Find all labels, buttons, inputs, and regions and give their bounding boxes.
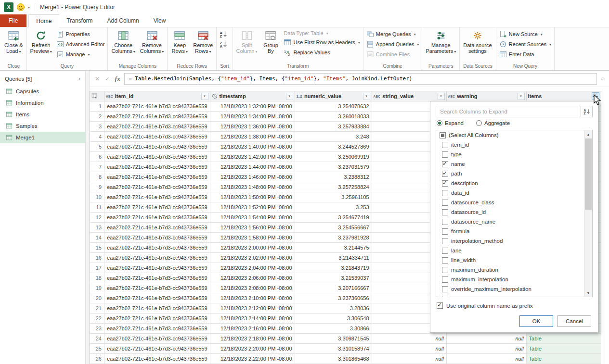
cell-timestamp[interactable]: 12/18/2023 2:16:00 PM -08:00 (210, 324, 295, 334)
cell-item-id[interactable]: eaa27b02-721c-461e-b7d3-cc943736e559 (104, 263, 210, 273)
cell-numeric-value[interactable]: 3.309871545 (295, 334, 372, 344)
cell-numeric-value[interactable]: 3.254078632 (295, 101, 372, 112)
column-option-maximum-interpolation[interactable]: maximum_interpolation (436, 275, 592, 284)
radio-expand[interactable]: Expand (437, 120, 464, 126)
column-option-datasource-class[interactable]: datasource_class (436, 198, 592, 207)
checkbox-description[interactable] (442, 180, 448, 187)
column-header-warning[interactable]: ABCwarning▾ (446, 91, 526, 101)
ribbon-tab-transform[interactable]: Transform (59, 14, 100, 27)
cell-numeric-value[interactable]: 3.254556667 (295, 223, 372, 233)
column-option-datasource-id[interactable]: datasource_id (436, 207, 592, 217)
row-number[interactable]: 22 (90, 314, 104, 324)
cell-timestamp[interactable]: 12/18/2023 1:52:00 PM -08:00 (210, 202, 295, 213)
column-header-numeric-value[interactable]: 1.2numeric_value▾ (295, 91, 372, 101)
column-option-lane[interactable]: lane (436, 246, 592, 255)
cell-numeric-value[interactable]: 3.21843719 (295, 263, 372, 273)
scrollbar-thumb[interactable] (585, 138, 592, 210)
choose-columns-button[interactable]: ChooseColumns▾ (109, 28, 137, 56)
row-number[interactable]: 18 (90, 273, 104, 283)
checkbox-type[interactable] (442, 151, 448, 158)
cell-timestamp[interactable]: 12/18/2023 1:38:00 PM -08:00 (210, 132, 295, 142)
recent-sources-button[interactable]: Recent Sources▾ (498, 39, 553, 49)
ok-button[interactable]: OK (519, 315, 553, 327)
row-number[interactable]: 2 (90, 112, 104, 122)
cell-item-id[interactable]: eaa27b02-721c-461e-b7d3-cc943736e559 (104, 172, 210, 182)
checkbox-maximum-duration[interactable] (442, 267, 448, 273)
checkbox-formula[interactable] (442, 228, 448, 235)
columns-list-scrollbar[interactable]: ▲ ▼ (584, 130, 592, 297)
cell-numeric-value[interactable]: 3.30866 (295, 324, 372, 334)
group-by-button[interactable]: GroupBy (260, 28, 281, 55)
data-source-settings-button[interactable]: Data sourcesettings (461, 28, 493, 55)
cell-numeric-value[interactable]: 3.207166667 (295, 283, 372, 293)
ribbon-tab-add-column[interactable]: Add Column (100, 14, 146, 27)
cell-timestamp[interactable]: 12/18/2023 1:48:00 PM -08:00 (210, 182, 295, 192)
cell-timestamp[interactable]: 12/18/2023 2:02:00 PM -08:00 (210, 253, 295, 263)
column-option-formula[interactable]: formula (436, 226, 592, 236)
cell-item-id[interactable]: eaa27b02-721c-461e-b7d3-cc943736e559 (104, 152, 210, 162)
remove-rows-button[interactable]: RemoveRows▾ (191, 28, 215, 56)
quick-access-dropdown-icon[interactable]: ▾ (28, 5, 30, 10)
cell-item-id[interactable]: eaa27b02-721c-461e-b7d3-cc943736e559 (104, 162, 210, 172)
cell-timestamp[interactable]: 12/18/2023 2:18:00 PM -08:00 (210, 334, 295, 344)
cell-item-id[interactable]: eaa27b02-721c-461e-b7d3-cc943736e559 (104, 293, 210, 303)
sort-za-button[interactable]: ZA (218, 39, 229, 49)
cell-item-id[interactable]: eaa27b02-721c-461e-b7d3-cc943736e559 (104, 202, 210, 213)
cell-item-id[interactable]: eaa27b02-721c-461e-b7d3-cc943736e559 (104, 101, 210, 112)
formula-bar-expand-icon[interactable]: ⌄ (600, 76, 604, 81)
cell-numeric-value[interactable]: 3.237981928 (295, 233, 372, 243)
cell-numeric-value[interactable]: 3.254677419 (295, 213, 372, 223)
scroll-up-icon[interactable]: ▲ (584, 130, 592, 138)
column-option-path[interactable]: path (436, 169, 592, 178)
cell-string-value[interactable]: null (372, 354, 446, 364)
column-filter-dropdown[interactable]: ▾ (438, 93, 445, 100)
search-columns-input[interactable] (436, 106, 578, 117)
row-number[interactable]: 21 (90, 303, 104, 314)
column-option-line-width[interactable]: line_width (436, 255, 592, 265)
checkbox-name[interactable] (442, 161, 448, 167)
cell-timestamp[interactable]: 12/18/2023 2:10:00 PM -08:00 (210, 293, 295, 303)
pane-splitter[interactable] (86, 71, 90, 364)
cell-items[interactable]: Table (526, 334, 601, 344)
cell-numeric-value[interactable]: 3.2388312 (295, 172, 372, 182)
scroll-down-icon[interactable]: ▼ (584, 289, 592, 297)
manage-button[interactable]: Manage▾ (55, 50, 106, 59)
cell-warning[interactable]: null (446, 354, 526, 364)
cell-numeric-value[interactable]: 3.25961105 (295, 192, 372, 202)
row-number[interactable]: 14 (90, 233, 104, 243)
ribbon-tab-file[interactable]: File (0, 14, 26, 27)
cell-timestamp[interactable]: 12/18/2023 2:00:00 PM -08:00 (210, 243, 295, 253)
row-number[interactable]: 4 (90, 132, 104, 142)
cell-numeric-value[interactable]: 3.2144575 (295, 243, 372, 253)
column-header-items[interactable]: Items (526, 91, 601, 101)
cell-item-id[interactable]: eaa27b02-721c-461e-b7d3-cc943736e559 (104, 303, 210, 314)
cell-numeric-value[interactable]: 3.260018033 (295, 112, 372, 122)
cancel-button[interactable]: Cancel (557, 315, 591, 327)
checkbox-override-maximum-interpolation[interactable] (442, 286, 448, 292)
row-number[interactable]: 20 (90, 293, 104, 303)
query-item-merge1[interactable]: Merge1 (0, 132, 85, 143)
cell-numeric-value[interactable]: 3.237031579 (295, 162, 372, 172)
row-number[interactable]: 12 (90, 213, 104, 223)
checkbox-item-id[interactable] (442, 142, 448, 148)
merge-queries-button[interactable]: Merge Queries▾ (365, 29, 421, 39)
cell-timestamp[interactable]: 12/18/2023 1:50:00 PM -08:00 (210, 192, 295, 202)
row-number[interactable]: 11 (90, 202, 104, 213)
cell-timestamp[interactable]: 12/18/2023 1:56:00 PM -08:00 (210, 223, 295, 233)
cell-item-id[interactable]: eaa27b02-721c-461e-b7d3-cc943736e559 (104, 112, 210, 122)
cell-item-id[interactable]: eaa27b02-721c-461e-b7d3-cc943736e559 (104, 324, 210, 334)
cell-numeric-value[interactable]: 3.306548 (295, 314, 372, 324)
checkbox-data-id[interactable] (442, 190, 448, 196)
cell-item-id[interactable]: eaa27b02-721c-461e-b7d3-cc943736e559 (104, 253, 210, 263)
column-option-datasource-name[interactable]: datasource_name (436, 217, 592, 226)
checkbox-maximum-interpolation[interactable] (442, 276, 448, 283)
row-number[interactable]: 6 (90, 152, 104, 162)
cell-item-id[interactable]: eaa27b02-721c-461e-b7d3-cc943736e559 (104, 142, 210, 152)
cell-timestamp[interactable]: 12/18/2023 2:20:00 PM -08:00 (210, 344, 295, 354)
cell-timestamp[interactable]: 12/18/2023 1:32:00 PM -08:00 (210, 101, 295, 112)
cell-items[interactable]: Table (526, 354, 601, 364)
manage-parameters-button[interactable]: ManageParameters▾ (424, 28, 458, 56)
cell-timestamp[interactable]: 12/18/2023 1:40:00 PM -08:00 (210, 142, 295, 152)
remove-columns-button[interactable]: RemoveColumns▾ (138, 28, 166, 56)
column-header-item-id[interactable]: ABCitem_id▾ (104, 91, 210, 101)
